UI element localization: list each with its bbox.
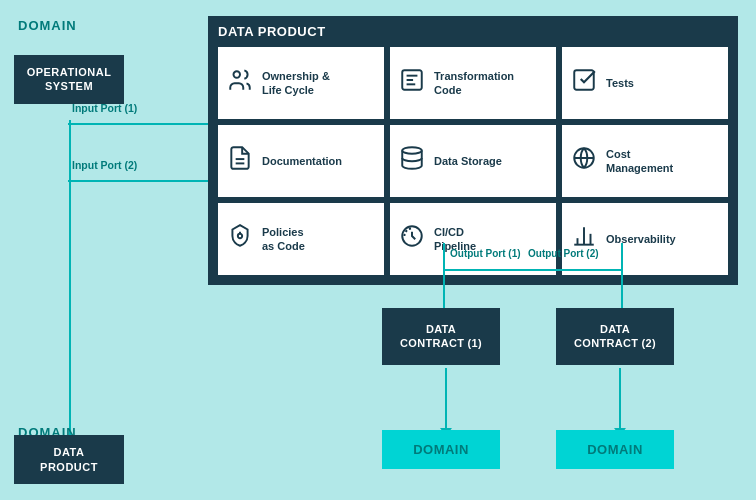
data-contract-1-box: DATA CONTRACT (1) (382, 308, 500, 365)
transformation-icon (398, 67, 426, 99)
svg-rect-5 (574, 70, 594, 90)
data-storage-icon (398, 145, 426, 177)
output-port-2-vline (621, 243, 623, 309)
output-horizontal-connector (444, 269, 622, 271)
grid-cell-cost-management: CostManagement (562, 125, 728, 197)
grid-cell-documentation: Documentation (218, 125, 384, 197)
observability-label: Observability (606, 232, 676, 246)
output-port-1-label: Output Port (1) (450, 248, 521, 259)
grid-cell-tests: Tests (562, 47, 728, 119)
data-product-bottom-left-box: DATA PRODUCT (14, 435, 124, 484)
input-port-2-label: Input Port (2) (72, 159, 137, 171)
tests-label: Tests (606, 76, 634, 90)
documentation-icon (226, 145, 254, 177)
output-port-1-vline (443, 243, 445, 309)
transformation-label: TransformationCode (434, 69, 514, 98)
arrow-line (68, 123, 208, 125)
policies-label: Policiesas Code (262, 225, 305, 254)
cost-management-label: CostManagement (606, 147, 673, 176)
data-product-grid: Ownership &Life Cycle TransformationCode (218, 47, 728, 275)
grid-cell-observability: Observability (562, 203, 728, 275)
input-port-1-arrow (68, 118, 216, 130)
data-contract-2-box: DATA CONTRACT (2) (556, 308, 674, 365)
domain-output-2-box: DOMAIN (556, 430, 674, 469)
cost-management-icon (570, 145, 598, 177)
domain-output-1-box: DOMAIN (382, 430, 500, 469)
documentation-label: Documentation (262, 154, 342, 168)
grid-cell-ownership: Ownership &Life Cycle (218, 47, 384, 119)
grid-cell-policies: Policiesas Code (218, 203, 384, 275)
domain-label-top-left: DOMAIN (18, 18, 77, 33)
arrow-line (68, 180, 208, 182)
grid-cell-transformation: TransformationCode (390, 47, 556, 119)
left-vertical-connector (69, 120, 71, 440)
svg-point-9 (402, 147, 422, 154)
svg-point-0 (234, 71, 241, 78)
svg-point-12 (238, 234, 242, 238)
tests-icon (570, 67, 598, 99)
data-product-container: DATA PRODUCT Ownership &Life Cycle (208, 16, 738, 285)
grid-cell-cicd: CI/CDPipeline (390, 203, 556, 275)
input-port-2-arrow (68, 175, 216, 187)
input-port-1-label: Input Port (1) (72, 102, 137, 114)
output-port-2-label: Output Port (2) (528, 248, 599, 259)
data-product-title: DATA PRODUCT (218, 24, 728, 39)
ownership-icon (226, 67, 254, 99)
operational-system-box: OPERATIONAL SYSTEM (14, 55, 124, 104)
data-storage-label: Data Storage (434, 154, 502, 168)
ownership-label: Ownership &Life Cycle (262, 69, 330, 98)
dc2-to-domain-arrow (614, 368, 626, 436)
cicd-icon (398, 223, 426, 255)
policies-icon (226, 223, 254, 255)
dc1-to-domain-arrow (440, 368, 452, 436)
grid-cell-data-storage: Data Storage (390, 125, 556, 197)
